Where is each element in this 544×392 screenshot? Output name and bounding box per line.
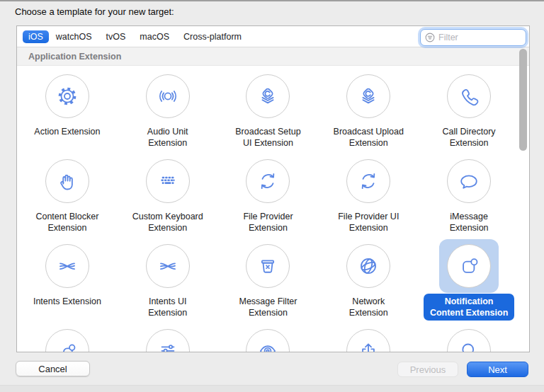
tab-macos[interactable]: macOS	[132, 30, 176, 43]
phone-icon	[455, 83, 482, 110]
template-item-broadcast-upload-extension[interactable]: Broadcast Upload Extension	[318, 74, 419, 159]
audio-waves-icon	[154, 83, 181, 110]
window-top-edge	[0, 0, 544, 1]
tab-cross-platform[interactable]: Cross-platform	[176, 30, 249, 43]
template-item-label: File Provider Extension	[243, 211, 293, 234]
template-item-file-provider-ui-extension[interactable]: File Provider UI Extension	[318, 159, 419, 244]
hand-icon	[54, 168, 81, 195]
template-item-label: Message Filter Extension	[239, 296, 298, 318]
template-item-label: Custom Keyboard Extension	[132, 211, 203, 234]
next-button[interactable]: Next	[467, 362, 528, 377]
eye-icon	[254, 338, 281, 352]
template-item-imessage-extension[interactable]: iMessage Extension	[419, 159, 519, 244]
share-icon	[355, 338, 382, 352]
tab-tvos[interactable]: tvOS	[99, 30, 133, 43]
cancel-button[interactable]: Cancel	[16, 361, 90, 376]
vertical-scrollbar-thumb[interactable]	[519, 49, 527, 151]
template-item-row4-col4[interactable]	[318, 329, 419, 352]
template-item-audio-unit-extension[interactable]: Audio Unit Extension	[118, 74, 218, 159]
waves-icon	[54, 253, 81, 279]
layer-stack-icon	[355, 83, 382, 110]
template-item-label: Audio Unit Extension	[147, 126, 188, 149]
template-item-label: Content Blocker Extension	[35, 211, 98, 234]
template-item-label: Broadcast Upload Extension	[334, 126, 404, 149]
gear-icon	[54, 83, 81, 110]
template-item-call-directory-extension[interactable]: Call Directory Extension	[419, 74, 519, 159]
template-item-notification-content-extension[interactable]: Notification Content Extension	[419, 244, 519, 329]
filter-input[interactable]	[436, 33, 514, 42]
template-item-intents-extension[interactable]: Intents Extension	[17, 244, 118, 329]
template-item-file-provider-extension[interactable]: File Provider Extension	[218, 159, 319, 244]
filter-field[interactable]	[420, 29, 526, 46]
tab-watchos[interactable]: watchOS	[49, 30, 99, 43]
keyboard-icon	[154, 168, 181, 195]
refresh-icon	[355, 168, 382, 195]
template-item-label: iMessage Extension	[450, 211, 489, 234]
window-bottom-edge	[0, 385, 544, 392]
speech-bubble-icon	[455, 168, 482, 195]
template-item-action-extension[interactable]: Action Extension	[17, 74, 118, 159]
template-item-label: Network Extension	[349, 296, 388, 318]
template-item-label: Action Extension	[34, 126, 100, 137]
template-item-row4-col5[interactable]	[419, 329, 519, 352]
template-item-broadcast-setup-ui-extension[interactable]: Broadcast Setup UI Extension	[218, 74, 319, 159]
template-item-label: Intents Extension	[33, 296, 101, 307]
section-header: Application Extension	[17, 47, 529, 66]
previous-button[interactable]: Previous	[397, 362, 458, 377]
search-icon	[455, 338, 482, 352]
template-item-label: Notification Content Extension	[424, 294, 514, 321]
app-badge-icon	[455, 253, 482, 279]
template-grid-viewport: Action Extension Audio Unit Extension Br…	[17, 66, 519, 352]
template-item-custom-keyboard-extension[interactable]: Custom Keyboard Extension	[118, 159, 218, 244]
template-item-message-filter-extension[interactable]: Message Filter Extension	[218, 244, 319, 329]
template-item-intents-ui-extension[interactable]: Intents UI Extension	[118, 244, 218, 329]
refresh-icon	[254, 168, 281, 195]
template-item-label: Intents UI Extension	[148, 296, 187, 318]
template-item-label: File Provider UI Extension	[338, 211, 399, 234]
platform-tabbar: iOS watchOS tvOS macOS Cross-platform	[17, 26, 529, 47]
notification-service-icon	[54, 338, 81, 352]
waves-icon	[154, 253, 181, 279]
page-title: Choose a template for your new target:	[15, 6, 174, 17]
template-item-row4-col3[interactable]	[218, 329, 319, 352]
template-item-content-blocker-extension[interactable]: Content Blocker Extension	[17, 159, 118, 244]
bin-x-icon	[254, 253, 281, 279]
template-grid: Action Extension Audio Unit Extension Br…	[17, 66, 519, 352]
template-item-network-extension[interactable]: Network Extension	[318, 244, 419, 329]
tab-ios[interactable]: iOS	[23, 30, 49, 43]
template-item-row4-col2[interactable]	[118, 329, 218, 352]
globe-icon	[355, 253, 382, 279]
section-title: Application Extension	[28, 52, 121, 62]
template-item-row4-col1[interactable]	[17, 329, 118, 352]
template-chooser-panel: iOS watchOS tvOS macOS Cross-platform Ap…	[16, 25, 530, 352]
filter-icon	[424, 32, 436, 43]
template-item-label: Broadcast Setup UI Extension	[235, 126, 300, 149]
layer-stack-icon	[254, 83, 281, 110]
template-item-label: Call Directory Extension	[443, 126, 496, 149]
sliders-icon	[154, 338, 181, 352]
